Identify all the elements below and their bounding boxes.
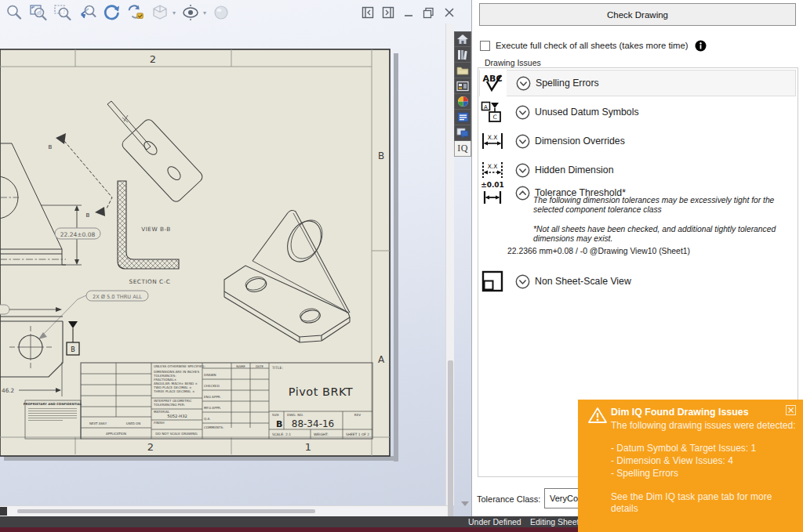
chevron-down-icon[interactable] xyxy=(515,134,530,149)
svg-text:C: C xyxy=(492,114,496,121)
tolerance-threshold-icon: ±0.01 xyxy=(479,180,506,205)
check-drawing-button[interactable]: Check Drawing xyxy=(479,3,796,26)
tab-forum[interactable] xyxy=(454,125,471,141)
view-orientation-caret-icon[interactable]: ▾ xyxy=(203,9,206,16)
home-icon xyxy=(456,34,469,45)
dim-iq-notification[interactable]: Dim IQ Found Drawing Issues The followin… xyxy=(578,400,803,532)
chevron-down-icon[interactable] xyxy=(515,105,530,120)
chevron-down-icon[interactable] xyxy=(515,163,530,178)
tolerance-note-line-2: dimensions may exist. xyxy=(533,234,612,243)
chevron-down-icon[interactable] xyxy=(515,274,530,289)
status-under-defined: Under Defined xyxy=(468,517,521,527)
dim-iq-tab-label: IQ xyxy=(457,143,468,154)
tab-custom-properties[interactable] xyxy=(454,110,471,125)
zoom-in-out-icon[interactable] xyxy=(5,3,24,22)
design-library-icon xyxy=(457,49,468,60)
minimize-icon[interactable] xyxy=(402,6,415,20)
notification-intro: The following drawing issues were detect… xyxy=(611,420,795,431)
hole-callout-text: 2X Ø 5.0 THRU ALL xyxy=(93,294,142,300)
approval-row-label: DRAWN xyxy=(204,373,216,377)
tab-view-palette[interactable] xyxy=(454,78,471,94)
tolerance-note-line: UNLESS OTHERWISE SPECIFIED: xyxy=(154,364,205,368)
horizontal-scrollbar[interactable] xyxy=(0,505,453,516)
display-style-caret-icon[interactable]: ▾ xyxy=(173,9,176,16)
finish-label: FINISH xyxy=(154,421,165,425)
notification-footer-1: See the Dim IQ task pane tab for more xyxy=(611,491,772,502)
horizontal-scrollbar-thumb[interactable] xyxy=(17,509,315,513)
svg-text:X.X: X.X xyxy=(488,134,498,141)
approval-row-label: MFG APPR. xyxy=(204,406,221,410)
forum-icon xyxy=(456,128,469,139)
hidden-dimension-icon: X.X xyxy=(481,158,504,182)
vertical-scrollbar[interactable] xyxy=(445,24,454,505)
dwg-no-label: DWG. NO. xyxy=(287,413,303,417)
notification-title: Dim IQ Found Drawing Issues xyxy=(611,407,749,418)
info-icon[interactable] xyxy=(695,40,707,52)
appearances-icon xyxy=(457,96,469,107)
drawing-sheet[interactable]: 2 2 1 B A 22.24±0.08 B B xyxy=(0,22,471,517)
proprietary-heading: PROPRIETARY AND CONFIDENTIAL xyxy=(24,402,82,406)
material-value: 5052-H32 xyxy=(167,414,187,418)
do-not-scale-label: DO NOT SCALE DRAWING xyxy=(155,432,197,436)
zoom-to-area-icon[interactable] xyxy=(53,3,72,22)
view-orientation-icon[interactable] xyxy=(181,3,200,22)
tolerance-note-line-1: *Not all sheets have been checked, and a… xyxy=(533,225,776,233)
tab-design-library[interactable] xyxy=(454,47,471,63)
tolerance-result-item[interactable]: 22.2366 mm+0.08 / -0 @Drawing View10 (Sh… xyxy=(507,247,690,255)
approval-row-label: COMMENTS: xyxy=(204,425,223,429)
tab-dim-iq[interactable]: IQ xyxy=(454,141,471,157)
tab-home[interactable] xyxy=(454,31,471,47)
issue-row-spelling-errors[interactable]: ABC Spelling Errors xyxy=(479,70,796,96)
svg-text:A: A xyxy=(484,104,488,110)
issue-row-unused-datum-symbols[interactable]: A C Unused Datum Symbols xyxy=(479,99,796,125)
view-palette-icon xyxy=(456,81,469,92)
pane-collapse-arrow-icon[interactable] xyxy=(461,501,469,506)
issue-label: Dimension Overrides xyxy=(535,136,625,147)
close-icon[interactable] xyxy=(442,6,456,20)
issue-row-dimension-overrides[interactable]: X.X Dimension Overrides xyxy=(479,128,796,154)
tab-file-explorer[interactable] xyxy=(454,63,471,78)
sheet-paper xyxy=(0,49,398,461)
display-style-icon[interactable] xyxy=(151,3,169,22)
length-dimension-text: 46.2 xyxy=(2,387,14,394)
sheet-of-label: SHEET 1 OF 2 xyxy=(346,432,369,436)
title-label: TITLE: xyxy=(271,366,283,370)
restore-icon[interactable] xyxy=(422,6,435,20)
next-assy-label: NEXT ASSY xyxy=(89,422,107,425)
tolerance-icon-text: ±0.01 xyxy=(481,181,504,189)
section-c-c-label: SECTION C-C xyxy=(129,278,171,285)
rotate-view-icon[interactable] xyxy=(102,3,121,22)
task-pane-tab-strip: IQ xyxy=(454,31,471,157)
notification-item: - Dimension & View Issues: 4 xyxy=(611,455,733,466)
datum-label: B xyxy=(71,346,75,353)
issue-label: Unused Datum Symbols xyxy=(535,107,639,118)
drawing-issues-group-label: Drawing Issues xyxy=(481,58,544,67)
used-on-label: USED ON xyxy=(126,422,141,425)
vertical-scrollbar-thumb[interactable] xyxy=(448,360,453,521)
full-check-checkbox[interactable] xyxy=(480,41,490,51)
zone-right-lower: A xyxy=(378,354,385,365)
chevron-down-icon[interactable] xyxy=(516,76,531,91)
issue-label: Hidden Dimension xyxy=(535,165,613,176)
dock-right-pane-icon[interactable] xyxy=(381,6,394,20)
status-editing-sheet: Editing Sheet1 xyxy=(530,517,583,527)
issue-row-non-sheet-scale-view[interactable]: Non Sheet-Scale View xyxy=(479,268,796,295)
approval-row-label: CHECKED xyxy=(204,384,220,388)
previous-view-icon[interactable] xyxy=(78,3,96,22)
view-b-b-label: VIEW B-B xyxy=(141,226,171,233)
notification-footer-2: details xyxy=(611,503,638,514)
notification-item: - Datum Symbol & Target Issues: 1 xyxy=(611,443,756,454)
svg-text:X.X: X.X xyxy=(488,163,498,170)
tab-appearances[interactable] xyxy=(454,94,471,110)
chevron-up-icon[interactable] xyxy=(515,186,530,201)
redraw-icon[interactable] xyxy=(126,3,145,22)
appearance-icon[interactable] xyxy=(212,3,231,22)
size-value: B xyxy=(276,419,282,429)
notification-close-icon[interactable] xyxy=(786,405,796,415)
folder-icon xyxy=(456,65,469,75)
zoom-to-fit-icon[interactable] xyxy=(29,3,48,22)
dock-left-pane-icon[interactable] xyxy=(361,6,374,20)
notification-item: - Spelling Errors xyxy=(611,468,678,479)
boxed-dimension-text: 22.24±0.08 xyxy=(60,231,96,238)
custom-properties-icon xyxy=(457,112,469,122)
